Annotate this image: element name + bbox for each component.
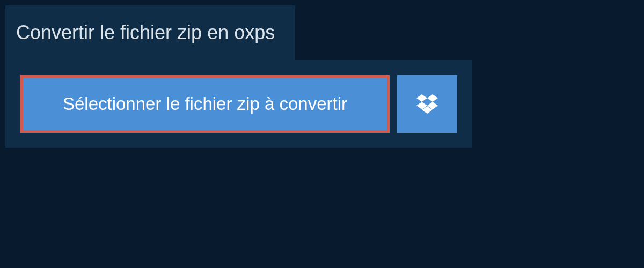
upload-panel: Sélectionner le fichier zip à convertir [5, 60, 472, 148]
dropbox-icon [416, 94, 438, 114]
page-title: Convertir le fichier zip en oxps [16, 21, 275, 43]
page-title-tab: Convertir le fichier zip en oxps [5, 5, 295, 60]
button-row: Sélectionner le fichier zip à convertir [20, 75, 457, 133]
dropbox-button[interactable] [397, 75, 457, 133]
select-file-button[interactable]: Sélectionner le fichier zip à convertir [20, 75, 390, 133]
select-file-label: Sélectionner le fichier zip à convertir [63, 94, 347, 114]
